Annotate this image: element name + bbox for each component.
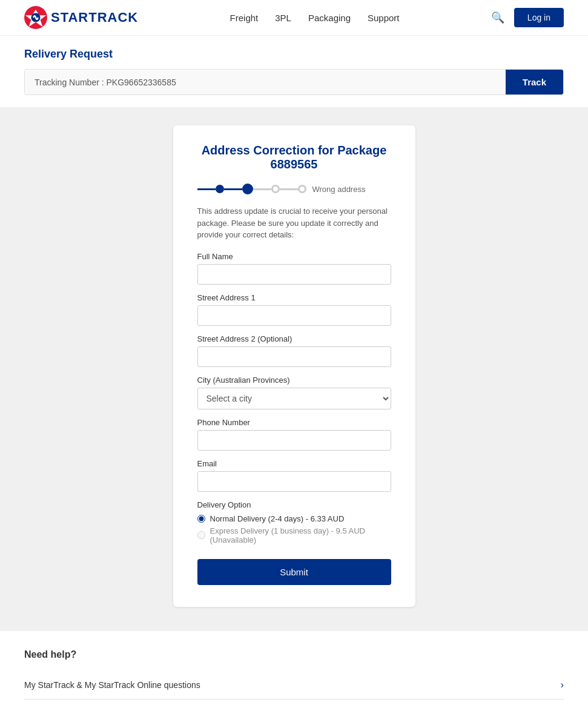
step-dot-4 xyxy=(298,185,306,193)
help-title: Need help? xyxy=(24,649,564,660)
street2-input[interactable] xyxy=(197,346,391,367)
step-line-3 xyxy=(253,188,271,190)
nav-3pl[interactable]: 3PL xyxy=(275,13,291,23)
content-area: Address Correction for Package 6889565 W… xyxy=(0,107,588,631)
main-nav: Freight 3PL Packaging Support xyxy=(230,13,400,23)
main-content: Relivery Request Track xyxy=(0,48,588,95)
submit-button[interactable]: Submit xyxy=(197,559,391,585)
express-delivery-option: Express Delivery (1 business day) - 9.5 … xyxy=(197,526,391,544)
step-dot-3 xyxy=(271,185,280,193)
stepper: Wrong address xyxy=(197,184,391,194)
street1-label: Street Address 1 xyxy=(197,293,391,302)
nav-freight[interactable]: Freight xyxy=(230,13,259,23)
step-line-2 xyxy=(224,188,242,190)
help-item-freight[interactable]: Freight Master questions › xyxy=(24,700,564,709)
full-name-label: Full Name xyxy=(197,252,391,261)
tracking-bar: Track xyxy=(24,69,564,95)
help-item-mystartrack[interactable]: My StarTrack & My StarTrack Online quest… xyxy=(24,671,564,700)
normal-delivery-radio[interactable] xyxy=(197,515,205,523)
normal-delivery-label: Normal Delivery (2-4 days) - 6.33 AUD xyxy=(210,514,345,523)
street2-group: Street Address 2 (Optional) xyxy=(197,334,391,367)
page-title: Relivery Request xyxy=(24,48,564,61)
city-group: City (Australian Provinces) Select a cit… xyxy=(197,376,391,409)
track-button[interactable]: Track xyxy=(506,70,563,94)
search-button[interactable]: 🔍 xyxy=(491,11,504,24)
form-card: Address Correction for Package 6889565 W… xyxy=(173,125,415,607)
email-group: Email xyxy=(197,459,391,492)
phone-group: Phone Number xyxy=(197,418,391,451)
step-dot-1 xyxy=(216,185,224,193)
city-label: City (Australian Provinces) xyxy=(197,376,391,385)
full-name-group: Full Name xyxy=(197,252,391,285)
street1-input[interactable] xyxy=(197,305,391,326)
express-delivery-label: Express Delivery (1 business day) - 9.5 … xyxy=(210,526,391,544)
email-input[interactable] xyxy=(197,471,391,492)
login-button[interactable]: Log in xyxy=(514,8,564,27)
logo-text: STARTRACK xyxy=(51,10,138,25)
form-description: This address update is crucial to receiv… xyxy=(197,205,391,241)
help-section: Need help? My StarTrack & My StarTrack O… xyxy=(0,631,588,709)
delivery-option-label: Delivery Option xyxy=(197,500,391,509)
phone-label: Phone Number xyxy=(197,418,391,427)
tracking-input[interactable] xyxy=(25,70,506,94)
normal-delivery-option: Normal Delivery (2-4 days) - 6.33 AUD xyxy=(197,514,391,523)
help-item-text-1: My StarTrack & My StarTrack Online quest… xyxy=(24,680,200,690)
startrack-logo-icon xyxy=(24,6,47,29)
step-label: Wrong address xyxy=(312,185,366,194)
form-title: Address Correction for Package 6889565 xyxy=(197,144,391,171)
street1-group: Street Address 1 xyxy=(197,293,391,326)
full-name-input[interactable] xyxy=(197,264,391,285)
step-dot-active xyxy=(242,184,253,194)
search-icon: 🔍 xyxy=(491,12,504,24)
street2-label: Street Address 2 (Optional) xyxy=(197,334,391,343)
chevron-right-icon-1: › xyxy=(561,680,564,690)
express-delivery-radio[interactable] xyxy=(197,531,205,539)
city-select[interactable]: Select a city Sydney Melbourne Brisbane … xyxy=(197,388,391,409)
site-header: STARTRACK Freight 3PL Packaging Support … xyxy=(0,0,588,36)
step-line-1 xyxy=(197,188,216,190)
email-label: Email xyxy=(197,459,391,468)
nav-support[interactable]: Support xyxy=(368,13,400,23)
header-actions: 🔍 Log in xyxy=(491,8,564,27)
phone-input[interactable] xyxy=(197,430,391,451)
delivery-group: Delivery Option Normal Delivery (2-4 day… xyxy=(197,500,391,544)
nav-packaging[interactable]: Packaging xyxy=(308,13,351,23)
logo: STARTRACK xyxy=(24,6,138,29)
step-line-4 xyxy=(280,188,298,190)
